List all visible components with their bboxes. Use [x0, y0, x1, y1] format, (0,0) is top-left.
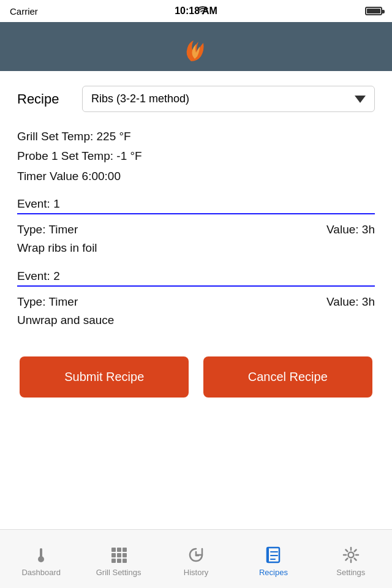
nav-item-dashboard[interactable]: Dashboard	[2, 541, 80, 577]
history-icon	[187, 546, 205, 564]
nav-item-history[interactable]: History	[157, 541, 235, 577]
svg-point-20	[348, 552, 353, 558]
submit-recipe-button[interactable]: Submit Recipe	[20, 356, 189, 398]
time-label: 10:18 AM	[175, 6, 217, 17]
event-2-type: Type: Timer	[17, 295, 78, 309]
bottom-nav: Dashboard Grill Settings History	[0, 529, 392, 588]
event-2-section: Event: 2 Type: Timer Value: 3h Unwrap an…	[17, 270, 375, 337]
svg-rect-16	[267, 548, 269, 562]
recipe-dropdown[interactable]: Ribs (3-2-1 method)	[82, 86, 375, 112]
chevron-down-icon	[355, 96, 366, 103]
svg-rect-10	[111, 559, 116, 563]
nav-item-recipes[interactable]: Recipes	[235, 541, 312, 577]
event-2-header: Event: 2	[17, 270, 375, 287]
nav-item-grill-settings[interactable]: Grill Settings	[80, 541, 157, 577]
event-1-section: Event: 1 Type: Timer Value: 3h Wrap ribs…	[17, 197, 375, 265]
event-2-description: Unwrap and sauce	[17, 314, 375, 337]
nav-label-settings: Settings	[336, 568, 365, 577]
svg-rect-3	[40, 554, 42, 559]
event-1-header: Event: 1	[17, 197, 375, 214]
grid-icon	[110, 546, 128, 564]
main-content: Recipe Ribs (3-2-1 method) Grill Set Tem…	[0, 71, 392, 412]
button-row: Submit Recipe Cancel Recipe	[17, 356, 375, 398]
timer-value: Timer Value 6:00:00	[17, 167, 375, 186]
svg-rect-9	[123, 553, 127, 557]
svg-rect-5	[117, 548, 121, 552]
nav-label-history: History	[184, 568, 208, 577]
book-icon	[264, 546, 282, 564]
nav-label-grill-settings: Grill Settings	[96, 568, 141, 577]
event-1-value: Value: 3h	[326, 223, 375, 236]
svg-line-25	[345, 550, 347, 552]
event-1-type: Type: Timer	[17, 223, 78, 236]
svg-line-28	[345, 559, 347, 560]
nav-item-settings[interactable]: Settings	[312, 541, 390, 577]
svg-rect-11	[117, 559, 121, 563]
svg-rect-4	[111, 548, 116, 552]
svg-rect-12	[123, 559, 127, 563]
svg-line-27	[354, 550, 356, 552]
grill-set-temp: Grill Set Temp: 225 °F	[17, 127, 375, 146]
probe1-set-temp: Probe 1 Set Temp: -1 °F	[17, 146, 375, 166]
gear-icon	[342, 546, 360, 564]
nav-label-recipes: Recipes	[259, 568, 288, 577]
carrier-label: Carrier	[10, 6, 38, 17]
svg-line-26	[354, 559, 356, 560]
recipe-label: Recipe	[17, 91, 72, 107]
settings-info: Grill Set Temp: 225 °F Probe 1 Set Temp:…	[17, 127, 375, 186]
nav-label-dashboard: Dashboard	[21, 568, 61, 577]
recipe-row: Recipe Ribs (3-2-1 method)	[17, 86, 375, 112]
svg-rect-8	[117, 553, 121, 557]
recipe-selected-value: Ribs (3-2-1 method)	[91, 92, 189, 105]
thermometer-icon	[32, 546, 50, 564]
event-2-value: Value: 3h	[326, 295, 375, 309]
cancel-recipe-button[interactable]: Cancel Recipe	[203, 356, 372, 398]
event-1-type-row: Type: Timer Value: 3h	[17, 214, 375, 241]
svg-rect-7	[111, 553, 116, 557]
status-bar: Carrier 10:18 AM	[0, 0, 392, 22]
event-2-type-row: Type: Timer Value: 3h	[17, 287, 375, 314]
app-header	[0, 22, 392, 71]
flame-logo	[181, 29, 211, 64]
svg-rect-6	[123, 548, 127, 552]
event-1-description: Wrap ribs in foil	[17, 241, 375, 265]
battery-icon	[365, 7, 382, 15]
